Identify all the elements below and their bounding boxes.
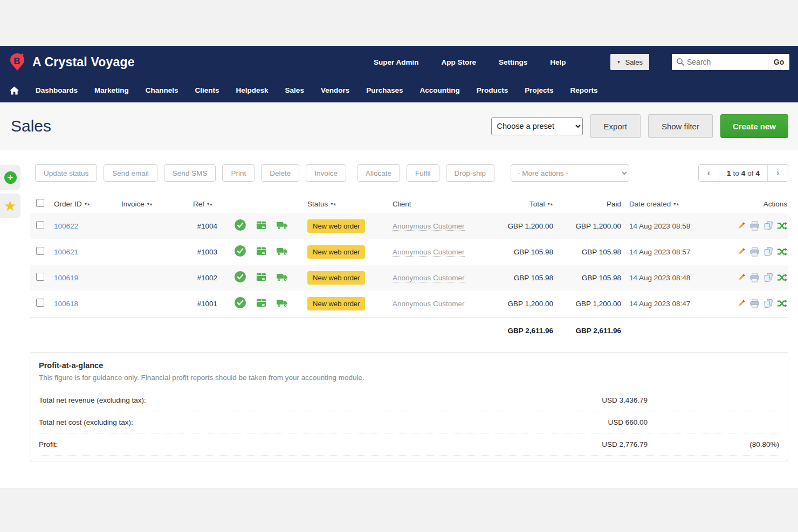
col-header-actions: Actions — [701, 200, 788, 208]
package-icon — [256, 246, 266, 258]
export-button[interactable]: Export — [590, 114, 641, 138]
row-checkbox[interactable] — [36, 221, 44, 229]
search-go-button[interactable]: Go — [768, 54, 789, 70]
topbar-link-super-admin[interactable]: Super Admin — [374, 58, 419, 66]
order-id-link[interactable]: 100621 — [54, 248, 78, 256]
preset-dropdown[interactable]: Choose a preset — [491, 118, 583, 135]
client-link[interactable]: Anonymous Customer — [393, 222, 465, 231]
sort-icon[interactable]: ▾▴ — [207, 201, 213, 206]
pagination-prev-button[interactable]: ‹ — [699, 165, 719, 181]
topbar-link-settings[interactable]: Settings — [499, 58, 527, 66]
order-id-link[interactable]: 100622 — [54, 222, 78, 230]
show-filter-button[interactable]: Show filter — [648, 114, 713, 138]
search-input[interactable] — [687, 54, 768, 70]
convert-shuffle-icon[interactable] — [777, 299, 787, 308]
add-quick-tab[interactable]: + — [0, 165, 20, 190]
order-flag-icons — [218, 245, 302, 258]
nav-item-accounting[interactable]: Accounting — [419, 86, 459, 94]
copy-icon[interactable] — [763, 273, 773, 282]
brand-logo-icon: B — [9, 52, 26, 72]
nav-item-marketing[interactable]: Marketing — [94, 86, 129, 94]
totals-paid: GBP 2,611.96 — [553, 327, 621, 335]
fulfil-button[interactable]: Fulfil — [407, 164, 439, 182]
col-header-invoice[interactable]: Invoice ▾▴ — [121, 200, 186, 208]
print-icon[interactable] — [749, 221, 760, 231]
table-header-row: Order ID ▾▴ Invoice ▾▴ Ref ▾▴ Status ▾▴ … — [30, 195, 788, 213]
favorites-quick-tab[interactable]: ★ — [0, 194, 20, 218]
nav-item-products[interactable]: Products — [477, 86, 508, 94]
edit-pencil-icon[interactable] — [737, 299, 746, 308]
search-icon — [672, 58, 687, 66]
print-icon[interactable] — [749, 273, 760, 283]
nav-item-purchases[interactable]: Purchases — [366, 86, 403, 94]
col-header-ref[interactable]: Ref ▾▴ — [186, 200, 218, 208]
create-new-button[interactable]: Create new — [720, 114, 788, 138]
ref-cell: #1001 — [186, 300, 218, 308]
pagination-next-button[interactable]: › — [768, 165, 788, 181]
nav-item-sales[interactable]: Sales — [285, 86, 304, 94]
order-id-link[interactable]: 100618 — [54, 300, 78, 308]
convert-shuffle-icon[interactable] — [777, 247, 787, 256]
sort-icon[interactable]: ▾▴ — [85, 201, 91, 206]
row-checkbox[interactable] — [36, 299, 44, 307]
allocate-button[interactable]: Allocate — [357, 164, 400, 182]
nav-item-vendors[interactable]: Vendors — [321, 86, 349, 94]
copy-icon[interactable] — [763, 299, 773, 308]
send-email-button[interactable]: Send email — [104, 164, 157, 182]
profit-row-extra: (80.80%) — [648, 440, 779, 448]
topbar-link-app-store[interactable]: App Store — [442, 58, 477, 66]
col-header-date-created[interactable]: Date created ▾▴ — [621, 200, 701, 208]
caret-down-icon: ▼ — [617, 60, 621, 65]
delete-button[interactable]: Delete — [261, 164, 299, 182]
convert-shuffle-icon[interactable] — [777, 273, 787, 282]
order-id-link[interactable]: 100619 — [54, 274, 78, 282]
select-all-checkbox[interactable] — [36, 199, 44, 207]
client-link[interactable]: Anonymous Customer — [393, 274, 465, 282]
paid-cell: GBP 1,200.00 — [553, 300, 621, 308]
sort-icon[interactable]: ▾▴ — [147, 201, 153, 206]
invoice-button[interactable]: Invoice — [306, 164, 346, 182]
print-icon[interactable] — [749, 299, 760, 309]
edit-pencil-icon[interactable] — [737, 222, 746, 231]
pagination-of-word: of — [747, 169, 753, 177]
col-header-total[interactable]: Total ▾▴ — [488, 200, 553, 208]
nav-item-dashboards[interactable]: Dashboards — [36, 86, 78, 94]
row-checkbox[interactable] — [36, 273, 44, 281]
col-header-status[interactable]: Status ▾▴ — [302, 200, 372, 208]
send-sms-button[interactable]: Send SMS — [164, 164, 216, 182]
status-badge: New web order — [307, 271, 365, 285]
print-icon[interactable] — [749, 247, 760, 257]
ref-cell: #1002 — [186, 274, 218, 282]
update-status-button[interactable]: Update status — [35, 164, 97, 182]
home-icon[interactable] — [10, 86, 19, 95]
nav-item-projects[interactable]: Projects — [525, 86, 553, 94]
client-link[interactable]: Anonymous Customer — [393, 248, 465, 257]
copy-icon[interactable] — [763, 221, 773, 231]
nav-item-reports[interactable]: Reports — [570, 86, 598, 94]
search-scope-dropdown[interactable]: ▼ Sales — [610, 54, 649, 70]
more-actions-dropdown[interactable]: - More actions - — [511, 164, 629, 182]
client-link[interactable]: Anonymous Customer — [393, 300, 465, 308]
row-checkbox[interactable] — [36, 247, 44, 255]
sort-icon[interactable]: ▾▴ — [331, 201, 336, 206]
copy-icon[interactable] — [763, 247, 773, 257]
col-header-order-id[interactable]: Order ID ▾▴ — [54, 200, 121, 208]
row-actions — [701, 247, 788, 257]
print-button[interactable]: Print — [222, 164, 254, 182]
convert-shuffle-icon[interactable] — [777, 222, 787, 230]
nav-item-helpdesk[interactable]: Helpdesk — [236, 86, 269, 94]
nav-item-channels[interactable]: Channels — [146, 86, 178, 94]
sort-icon[interactable]: ▾▴ — [547, 201, 553, 206]
drop-ship-button[interactable]: Drop-ship — [446, 164, 495, 182]
profit-at-a-glance-panel: Profit-at-a-glance This figure is for gu… — [30, 352, 788, 461]
sort-icon[interactable]: ▾▴ — [673, 201, 679, 206]
plus-circle-icon: + — [4, 171, 17, 184]
edit-pencil-icon[interactable] — [737, 247, 746, 257]
row-actions — [701, 299, 788, 309]
total-cell: GBP 105.98 — [488, 248, 553, 256]
edit-pencil-icon[interactable] — [737, 273, 746, 282]
side-quick-tabs: + ★ — [0, 165, 20, 218]
order-flag-icons — [218, 271, 302, 284]
nav-item-clients[interactable]: Clients — [195, 86, 219, 94]
topbar-link-help[interactable]: Help — [550, 58, 566, 66]
